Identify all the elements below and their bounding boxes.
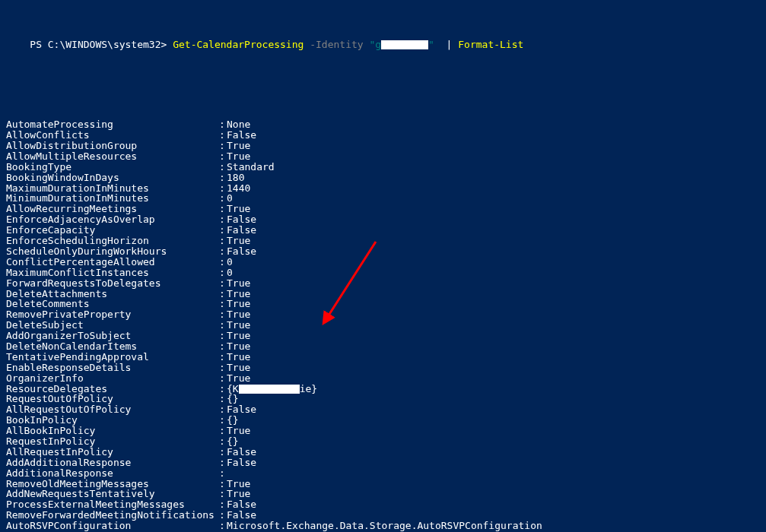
- colon: :: [219, 162, 227, 173]
- colon: :: [219, 394, 227, 404]
- colon: :: [219, 214, 227, 225]
- colon: :: [219, 415, 227, 426]
- property-row: DeleteAttachments: True: [6, 289, 760, 299]
- property-row: DeleteNonCalendarItems: True: [6, 341, 760, 352]
- property-key: AddAdditionalResponse: [6, 458, 219, 468]
- property-row: RemoveForwardedMeetingNotifications: Fal…: [6, 510, 760, 521]
- colon: :: [219, 331, 227, 341]
- property-key: DeleteAttachments: [6, 289, 219, 299]
- property-row: AddAdditionalResponse: False: [6, 458, 760, 468]
- property-key: AutoRSVPConfiguration: [6, 521, 219, 531]
- property-row: EnforceCapacity: False: [6, 225, 760, 236]
- property-key: ProcessExternalMeetingMessages: [6, 499, 219, 510]
- property-value: 1440: [227, 183, 250, 194]
- property-value: True: [227, 278, 250, 289]
- property-row: AddNewRequestsTentatively: True: [6, 489, 760, 499]
- property-value: False: [227, 499, 256, 510]
- property-value: True: [227, 299, 250, 309]
- property-row: BookInPolicy: {}: [6, 415, 760, 426]
- colon: :: [219, 289, 227, 299]
- property-value: True: [227, 204, 250, 214]
- property-key: DeleteComments: [6, 299, 219, 309]
- property-value: False: [227, 510, 256, 521]
- colon: :: [219, 225, 227, 236]
- property-value: True: [227, 331, 250, 341]
- colon: :: [219, 436, 227, 447]
- property-value: 0: [227, 193, 233, 204]
- property-key: DeleteNonCalendarItems: [6, 341, 219, 352]
- colon: :: [219, 278, 227, 289]
- property-row: AutomateProcessing: None: [6, 119, 760, 130]
- property-value: True: [227, 151, 250, 162]
- property-value: Standard: [227, 162, 275, 173]
- property-row: AllowMultipleResources: True: [6, 151, 760, 162]
- colon: :: [219, 246, 227, 257]
- property-value: 0: [227, 268, 233, 278]
- property-key: AllowMultipleResources: [6, 151, 219, 162]
- property-row: RequestInPolicy: {}: [6, 436, 760, 447]
- property-value: True: [227, 320, 250, 331]
- redacted-identity: [381, 40, 428, 49]
- property-value: None: [227, 119, 250, 130]
- property-row: EnableResponseDetails: True: [6, 363, 760, 373]
- property-row: DeleteComments: True: [6, 299, 760, 309]
- property-row: AddOrganizerToSubject: True: [6, 331, 760, 341]
- colon: :: [219, 363, 227, 373]
- property-value: True: [227, 289, 250, 299]
- property-row: MinimumDurationInMinutes: 0: [6, 193, 760, 204]
- powershell-terminal[interactable]: PS C:\WINDOWS\system32> Get-CalendarProc…: [0, 0, 766, 532]
- colon: :: [219, 193, 227, 204]
- colon: :: [219, 489, 227, 499]
- colon: :: [219, 447, 227, 458]
- colon: :: [219, 257, 227, 268]
- property-key: BookingWindowInDays: [6, 173, 219, 183]
- property-key: RemoveOldMeetingMessages: [6, 479, 219, 489]
- property-value: True: [227, 373, 250, 384]
- property-key: MinimumDurationInMinutes: [6, 193, 219, 204]
- property-key: AllowConflicts: [6, 130, 219, 141]
- property-key: BookingType: [6, 162, 219, 173]
- ps-prompt: PS C:\WINDOWS\system32>: [30, 39, 167, 50]
- colon: :: [219, 373, 227, 384]
- pipe: |: [447, 39, 453, 50]
- colon: :: [219, 119, 227, 130]
- property-row: RemovePrivateProperty: True: [6, 309, 760, 320]
- property-value: True: [227, 236, 250, 246]
- property-value: True: [227, 352, 250, 363]
- colon: :: [219, 299, 227, 309]
- identity-prefix: g: [375, 39, 381, 50]
- property-value: False: [227, 447, 256, 458]
- property-value-prefix: {K: [227, 384, 239, 394]
- property-key: AddOrganizerToSubject: [6, 331, 219, 341]
- command-get: Get-CalendarProcessing: [173, 39, 304, 50]
- property-key: EnableResponseDetails: [6, 363, 219, 373]
- colon: :: [219, 499, 227, 510]
- colon: :: [219, 173, 227, 183]
- property-row: RequestOutOfPolicy: {}: [6, 394, 760, 404]
- property-value: False: [227, 214, 256, 225]
- property-value: False: [227, 404, 256, 415]
- property-row: AllowConflicts: False: [6, 130, 760, 141]
- colon: :: [219, 130, 227, 141]
- property-key: RemoveForwardedMeetingNotifications: [6, 510, 219, 521]
- property-key: ResourceDelegates: [6, 384, 219, 394]
- property-row: ResourceDelegates: {Kie}: [6, 384, 760, 394]
- property-value: True: [227, 426, 250, 436]
- property-row: TentativePendingApproval: True: [6, 352, 760, 363]
- property-row: AllowRecurringMeetings: True: [6, 204, 760, 214]
- property-key: AddNewRequestsTentatively: [6, 489, 219, 499]
- colon: :: [219, 236, 227, 246]
- property-row: AdditionalResponse:: [6, 468, 760, 479]
- property-value: True: [227, 141, 250, 151]
- property-row: EnforceAdjacencyAsOverlap: False: [6, 214, 760, 225]
- property-row: AllRequestInPolicy: False: [6, 447, 760, 458]
- property-value: True: [227, 309, 250, 320]
- colon: :: [219, 309, 227, 320]
- colon: :: [219, 204, 227, 214]
- property-row: AllRequestOutOfPolicy: False: [6, 404, 760, 415]
- property-value: True: [227, 363, 250, 373]
- prompt-line: PS C:\WINDOWS\system32> Get-CalendarProc…: [6, 29, 760, 61]
- property-row: MaximumConflictInstances: 0: [6, 268, 760, 278]
- colon: :: [219, 320, 227, 331]
- property-value: False: [227, 458, 256, 468]
